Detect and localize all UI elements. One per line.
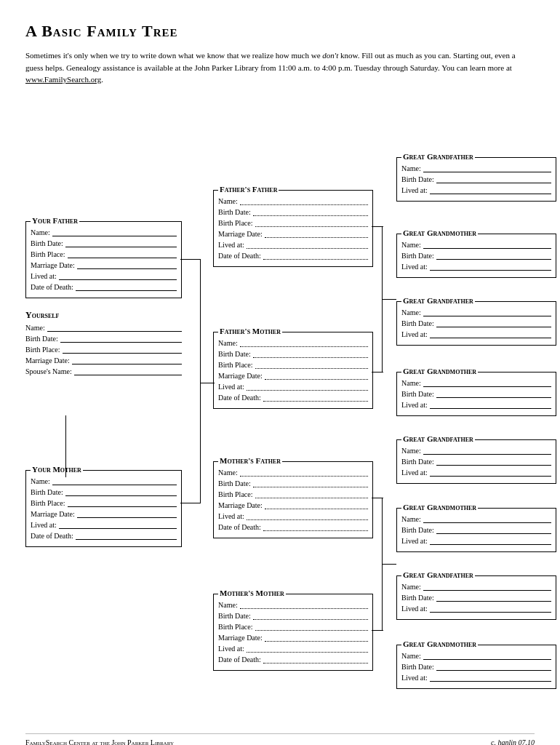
gg-paternal-mf-section: Great Grandfather Name: Birth Date: Live… xyxy=(396,301,556,346)
footer-right: c. hanlin 07.10 xyxy=(491,738,535,746)
gg-paternal-mm-section: Great Grandmother Name: Birth Date: Live… xyxy=(396,372,556,416)
footer-left: FamilySearch Center at the John Parker L… xyxy=(25,738,174,746)
fathers-father-section: Father's Father Name: Birth Date: Birth … xyxy=(213,190,373,267)
gg-maternal-mm-section: Great Grandmother Name: Birth Date: Live… xyxy=(396,645,556,689)
gg-paternal-ff-section: Great Grandfather Name: Birth Date: Live… xyxy=(396,157,556,202)
intro-text: Sometimes it's only when we try to write… xyxy=(25,49,535,86)
gg-paternal-fm-section: Great Grandmother Name: Birth Date: Live… xyxy=(396,234,556,278)
your-mother-section: Your Mother Name: Birth Date: Birth Plac… xyxy=(25,470,182,547)
gg-maternal-fm-section: Great Grandmother Name: Birth Date: Live… xyxy=(396,508,556,552)
footer: FamilySearch Center at the John Parker L… xyxy=(25,733,535,746)
mothers-father-section: Mother's Father Name: Birth Date: Birth … xyxy=(213,461,373,538)
gg-maternal-ff-section: Great Grandfather Name: Birth Date: Live… xyxy=(396,439,556,484)
gg-maternal-mf-section: Great Grandfather Name: Birth Date: Live… xyxy=(396,575,556,620)
yourself-label: Yourself xyxy=(25,310,182,321)
yourself-section: Yourself Name: Birth Date: Birth Place: … xyxy=(25,310,182,378)
page-title: A Basic Family Tree xyxy=(25,22,535,41)
mothers-mother-section: Mother's Mother Name: Birth Date: Birth … xyxy=(213,594,373,671)
fathers-mother-section: Father's Mother Name: Birth Date: Birth … xyxy=(213,332,373,409)
your-father-section: Your Father Name: Birth Date: Birth Plac… xyxy=(25,221,182,298)
